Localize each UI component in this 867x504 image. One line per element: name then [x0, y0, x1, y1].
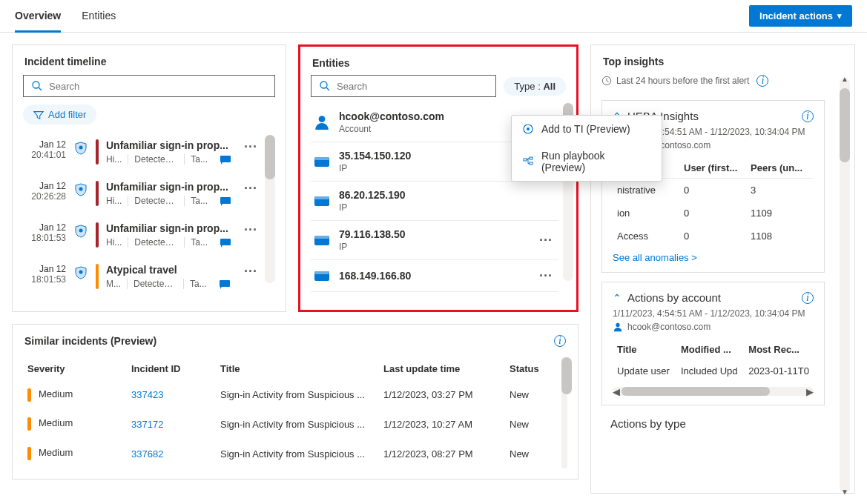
timeline-item[interactable]: Jan 1218:01:53 Atypical travel M...Detec…: [23, 259, 260, 301]
svg-rect-25: [530, 162, 533, 165]
menu-add-to-ti[interactable]: Add to TI (Preview): [512, 116, 662, 142]
col-incident-id[interactable]: Incident ID: [127, 357, 216, 380]
col-title[interactable]: Title: [216, 357, 379, 380]
table-row[interactable]: Access01108: [613, 225, 814, 248]
more-icon[interactable]: ···: [241, 139, 260, 155]
actions-hscrollbar[interactable]: ◀ ▶: [613, 387, 814, 396]
svg-rect-3: [220, 156, 231, 162]
svg-point-10: [320, 82, 327, 88]
more-icon[interactable]: ···: [536, 233, 556, 248]
add-filter-button[interactable]: Add filter: [23, 105, 96, 125]
svg-point-12: [319, 116, 326, 122]
filter-icon: [33, 110, 44, 120]
timeline-item[interactable]: Jan 1218:01:53 Unfamiliar sign-in prop..…: [23, 218, 260, 259]
info-icon[interactable]: i: [802, 110, 814, 122]
entities-search-input[interactable]: [337, 81, 488, 92]
svg-point-28: [616, 323, 619, 327]
actions-account-title: Actions by account: [627, 291, 721, 304]
severity-bar: [96, 264, 99, 289]
target-icon: [522, 123, 534, 135]
more-icon[interactable]: ···: [536, 268, 556, 283]
entity-item[interactable]: 79.116.138.50 IP ···: [311, 221, 558, 260]
table-row[interactable]: Medium 337172 Sign-in Activity from Susp…: [23, 410, 557, 440]
comment-icon: [220, 196, 231, 206]
severity-bar: [27, 417, 31, 431]
table-row[interactable]: ion01109: [613, 202, 814, 225]
shield-icon: [73, 182, 88, 197]
playbook-icon: [522, 156, 534, 168]
svg-point-8: [79, 271, 83, 274]
svg-rect-20: [314, 271, 329, 274]
comment-icon: [219, 279, 231, 289]
svg-rect-7: [220, 239, 231, 245]
more-icon[interactable]: ···: [241, 181, 260, 196]
insights-scrollbar[interactable]: ▲ ▼: [840, 78, 850, 493]
col-status[interactable]: Status: [505, 357, 557, 380]
table-row[interactable]: Medium 337423 Sign-in Activity from Susp…: [23, 380, 557, 410]
timeline-search[interactable]: [23, 75, 275, 97]
shield-icon: [73, 265, 88, 280]
svg-point-0: [33, 82, 39, 88]
incident-link[interactable]: 337423: [131, 389, 163, 400]
more-icon[interactable]: ···: [241, 222, 260, 238]
incident-link[interactable]: 337682: [131, 448, 163, 460]
ip-icon: [314, 269, 330, 282]
see-all-anomalies-link[interactable]: See all anomalies >: [613, 252, 814, 263]
actions-account-insight: ⌃ Actions by account i 1/11/2023, 4:54:5…: [601, 282, 825, 405]
incident-actions-label: Incident actions: [759, 10, 833, 21]
incident-link[interactable]: 337172: [131, 419, 163, 430]
similar-scrollbar[interactable]: [561, 357, 567, 468]
ip-icon: [314, 194, 330, 208]
similar-incidents-card: Similar incidents (Preview) i Severity I…: [12, 324, 578, 480]
menu-run-playbook[interactable]: Run playbook (Preview): [512, 142, 662, 181]
shield-icon: [73, 141, 88, 156]
svg-rect-18: [314, 236, 329, 239]
insights-title: Top insights: [591, 45, 854, 75]
table-row[interactable]: Medium 337682 Sign-in Activity from Susp…: [23, 439, 557, 468]
svg-rect-23: [524, 159, 527, 161]
info-icon[interactable]: i: [554, 335, 566, 347]
svg-rect-5: [220, 197, 231, 204]
info-icon[interactable]: i: [756, 75, 768, 87]
timeline-title: Incident timeline: [13, 45, 286, 75]
comment-icon: [220, 155, 231, 165]
chevron-up-icon[interactable]: ⌃: [613, 292, 622, 304]
col-severity[interactable]: Severity: [23, 357, 127, 380]
add-filter-label: Add filter: [48, 109, 86, 120]
similar-incidents-table: Severity Incident ID Title Last update t…: [23, 357, 557, 468]
comment-icon: [220, 238, 231, 248]
svg-rect-24: [530, 157, 533, 159]
svg-point-6: [79, 229, 83, 233]
ip-icon: [314, 233, 330, 247]
timeline-search-input[interactable]: [49, 81, 267, 92]
timeline-scrollbar[interactable]: [265, 135, 275, 283]
entity-context-menu: Add to TI (Preview) Run playbook (Previe…: [511, 115, 662, 182]
tab-overview[interactable]: Overview: [15, 1, 61, 33]
person-icon: [613, 322, 623, 332]
entities-title: Entities: [300, 47, 576, 75]
entities-type-filter[interactable]: Type : All: [504, 77, 566, 96]
entity-item[interactable]: 168.149.166.80 ···: [311, 260, 558, 292]
chevron-down-icon: ▾: [837, 11, 842, 21]
page-header: Overview Entities Incident actions ▾: [0, 0, 867, 33]
entities-search[interactable]: [311, 75, 496, 97]
svg-rect-14: [314, 157, 329, 160]
info-icon[interactable]: i: [802, 292, 814, 304]
severity-bar: [27, 447, 31, 460]
entity-item[interactable]: 86.20.125.190 IP: [311, 182, 558, 221]
svg-line-1: [39, 87, 42, 90]
svg-point-22: [527, 127, 530, 130]
actions-account-range: 1/11/2023, 4:54:51 AM - 1/12/2023, 10:34…: [613, 308, 814, 319]
incident-actions-button[interactable]: Incident actions ▾: [749, 5, 852, 27]
col-last-update[interactable]: Last update time: [379, 357, 505, 380]
tab-entities[interactable]: Entities: [82, 1, 116, 32]
timeline-item[interactable]: Jan 1220:26:28 Unfamiliar sign-in prop..…: [23, 176, 260, 218]
actions-account-table: Title Modified ... Most Rec... Update us…: [613, 339, 814, 382]
svg-line-11: [326, 87, 329, 90]
severity-bar: [96, 222, 99, 248]
timeline-item[interactable]: Jan 1220:41:01 Unfamiliar sign-in prop..…: [23, 135, 260, 176]
table-row[interactable]: nistrative03: [613, 179, 814, 202]
more-icon[interactable]: ···: [241, 264, 260, 279]
svg-point-2: [79, 146, 83, 150]
table-row[interactable]: Update userIncluded Upd2023-01-11T0: [613, 359, 814, 382]
